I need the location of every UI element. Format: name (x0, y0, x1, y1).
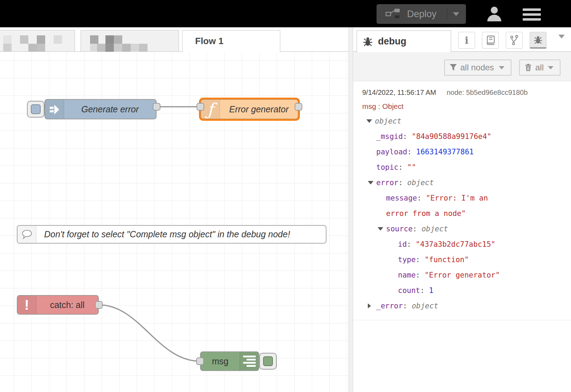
tree-row[interactable]: name: "Error generator" (353, 267, 567, 283)
debug-tab-button[interactable] (530, 32, 546, 49)
json-value-string: "function" (425, 255, 469, 264)
debug-message-meta: 9/14/2022, 11:56:17 AMnode: 5b5ed96e8cc9… (353, 85, 567, 99)
info-icon: i (465, 35, 469, 46)
header-bar: Deploy (0, 0, 571, 27)
tree-row[interactable]: count: 1 (353, 283, 567, 298)
function-node-label: Error generator (220, 104, 298, 114)
sidebar-tab-label: debug (378, 36, 406, 47)
wire-catch-to-debug[interactable] (99, 305, 200, 361)
debug-node[interactable]: msg (200, 351, 259, 371)
sidebar-tab-debug[interactable]: debug (357, 30, 451, 52)
json-value-object: object (407, 178, 434, 187)
json-value-object: object (375, 117, 401, 125)
config-nodes-tab-button[interactable] (506, 32, 523, 49)
function-output-port[interactable] (295, 103, 302, 111)
deploy-icon (385, 8, 401, 20)
catch-output-port[interactable] (95, 301, 103, 309)
json-value-string: "437a3b2dc77abc15" (416, 240, 496, 248)
json-key: message (386, 194, 417, 202)
inject-output-port[interactable] (153, 103, 160, 111)
flow-canvas[interactable]: Generate error ƒ Error generator Don't f… (0, 52, 349, 392)
tree-row[interactable]: _error: object (353, 298, 567, 314)
sidebar-tabs-caret[interactable] (558, 38, 565, 45)
debug-clear-button[interactable]: all (519, 59, 560, 76)
deploy-label: Deploy (407, 9, 436, 20)
json-key: payload (376, 148, 407, 156)
json-key: type (398, 255, 416, 264)
book-icon (485, 35, 496, 45)
comment-node[interactable]: Don't forget to select "Complete msg obj… (17, 225, 326, 244)
debug-toggle-button[interactable] (259, 353, 277, 370)
inject-node[interactable]: Generate error (44, 99, 157, 119)
flow-tab-redacted-2[interactable] (81, 30, 179, 52)
deploy-button[interactable]: Deploy (377, 4, 466, 24)
tree-row[interactable]: payload: 1663149377861 (353, 144, 567, 160)
debug-source-node-id: node: 5b5ed96e8cc9180b (447, 89, 528, 96)
json-value-string: "84a90588a99176e4" (412, 132, 491, 141)
inject-icon (45, 100, 64, 119)
sidebar-tabrow: debug i (353, 27, 571, 52)
json-value-string: "Error generator" (425, 271, 500, 279)
debug-filter-label: all nodes (460, 63, 494, 72)
debug-message[interactable]: 9/14/2022, 11:56:17 AMnode: 5b5ed96e8cc9… (353, 81, 571, 320)
json-key: name (398, 271, 416, 279)
tree-row[interactable]: topic: "" (353, 160, 567, 175)
debug-timestamp: 9/14/2022, 11:56:17 AM (362, 89, 436, 96)
info-tab-button[interactable]: i (458, 32, 475, 49)
expand-caret-icon[interactable] (368, 303, 371, 308)
debug-node-label: msg (201, 356, 240, 366)
json-key: _msgid (376, 132, 403, 141)
filter-funnel-icon (450, 64, 457, 71)
debug-input-port[interactable] (196, 357, 204, 365)
json-key: id (398, 240, 407, 248)
function-input-port[interactable] (197, 103, 204, 111)
flow-tab-active[interactable]: Flow 1 (182, 30, 280, 52)
debug-lines-icon (240, 352, 259, 370)
flow-tab-redacted-1[interactable] (0, 30, 75, 52)
json-key: _error (376, 302, 403, 310)
bug-icon (534, 35, 543, 45)
deploy-options-caret[interactable] (447, 8, 459, 20)
comment-bubble-icon (18, 226, 36, 243)
debug-message-topic: msg : Object (353, 99, 567, 113)
tree-row[interactable]: source: object (353, 221, 567, 237)
tree-row[interactable]: error: object (353, 175, 567, 190)
inject-trigger-button[interactable] (27, 101, 44, 118)
json-key: count (398, 286, 420, 295)
user-icon[interactable] (486, 6, 502, 22)
function-node-selected[interactable]: ƒ Error generator (200, 99, 298, 119)
json-key: source (386, 225, 413, 233)
trash-icon (525, 64, 532, 71)
json-value-number: 1663149377861 (416, 148, 474, 156)
collapse-caret-icon[interactable] (368, 181, 373, 184)
inject-node-label: Generate error (64, 104, 156, 114)
json-value-object: object (412, 302, 438, 310)
comment-node-label: Don't forget to select "Complete msg obj… (36, 229, 326, 239)
catch-node[interactable]: ! catch: all (17, 295, 99, 315)
debug-toolbar: all nodes all (353, 52, 571, 81)
json-value-number: 1 (429, 286, 434, 295)
catch-node-label: catch: all (36, 300, 98, 310)
tree-row[interactable]: message: "Error: I'm an error from a nod… (353, 190, 504, 221)
help-tab-button[interactable] (482, 32, 499, 49)
flow-tabbar: Flow 1 + (0, 27, 349, 52)
json-value-string: "" (407, 163, 416, 172)
tree-row[interactable]: object (353, 113, 567, 129)
main-menu-icon[interactable] (523, 8, 541, 23)
tree-row[interactable]: _msgid: "84a90588a99176e4" (353, 129, 567, 144)
collapse-caret-icon[interactable] (366, 119, 372, 123)
flow-tab-label: Flow 1 (183, 36, 223, 47)
bug-icon (363, 36, 373, 47)
json-key: error (376, 178, 398, 187)
debug-message-list: 9/14/2022, 11:56:17 AMnode: 5b5ed96e8cc9… (353, 81, 571, 392)
debug-filter-button[interactable]: all nodes (444, 59, 511, 76)
tree-row[interactable]: type: "function" (353, 252, 567, 267)
sidebar: debug i (353, 27, 571, 392)
exclamation-icon: ! (18, 296, 36, 314)
tree-row[interactable]: id: "437a3b2dc77abc15" (353, 237, 567, 252)
debug-clear-label: all (535, 63, 544, 72)
sidebar-splitter[interactable] (349, 27, 353, 392)
json-value-object: object (421, 225, 448, 233)
json-key: topic (376, 163, 398, 172)
collapse-caret-icon[interactable] (378, 227, 383, 231)
